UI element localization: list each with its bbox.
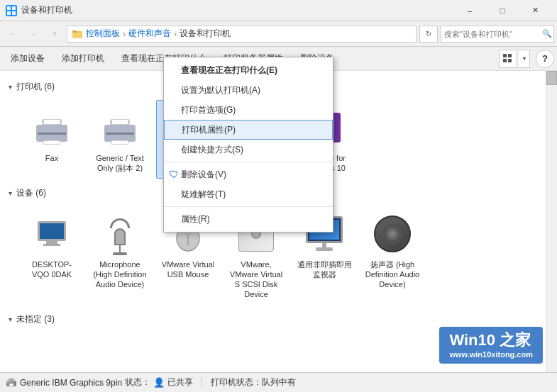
ctx-item-create-shortcut[interactable]: 创建快捷方式(S) — [164, 140, 333, 159]
context-menu-separator-1 — [164, 162, 333, 162]
unspecified-section-title: 未指定 (3) — [16, 313, 55, 325]
fax-icon — [29, 105, 75, 150]
ctx-item-printer-properties[interactable]: 打印机属性(P) — [164, 120, 333, 140]
status-printer-name: Generic IBM Graphics 9pin — [20, 378, 122, 388]
unspecified-section-header[interactable]: ▾ 未指定 (3) — [9, 313, 537, 325]
generic-text-icon — [97, 105, 143, 150]
refresh-button[interactable]: ↻ — [419, 26, 438, 43]
ctx-item-properties[interactable]: 属性(R) — [164, 209, 333, 229]
ctx-item-create-shortcut-label: 创建快捷方式(S) — [181, 144, 243, 156]
ctx-item-delete-device-label: 删除设备(V) — [181, 169, 226, 181]
status-status-label: 状态： — [125, 376, 150, 388]
svg-rect-3 — [12, 11, 16, 15]
watermark: Win10 之家 www.win10xitong.com — [439, 327, 543, 364]
path-separator-1: › — [123, 29, 126, 39]
add-printer-button[interactable]: 添加打印机 — [54, 50, 112, 68]
forward-button[interactable]: → — [24, 25, 43, 43]
path-separator-2: › — [174, 29, 177, 39]
ctx-item-see-printing-label: 查看现在正在打印什么(E) — [181, 65, 277, 77]
devices-chevron: ▾ — [9, 189, 12, 197]
ctx-item-print-preferences[interactable]: 打印首选项(G) — [164, 100, 333, 120]
search-icon-button[interactable]: 🔍 — [542, 26, 552, 42]
search-input[interactable] — [444, 30, 542, 38]
scrollbar[interactable] — [546, 71, 557, 372]
fax-label: Fax — [45, 153, 58, 163]
svg-rect-6 — [72, 30, 77, 33]
microphone-label: Microphone (High Definition Audio Device… — [92, 259, 148, 290]
help-button[interactable]: ? — [536, 50, 554, 68]
microphone-icon — [97, 211, 143, 257]
path-part-2: 设备和打印机 — [180, 28, 231, 40]
up-button[interactable]: ↑ — [45, 25, 64, 43]
svg-rect-10 — [508, 59, 512, 62]
ctx-item-delete-device[interactable]: 🛡 删除设备(V) — [164, 164, 333, 184]
speaker-label: 扬声器 (High Definition Audio Device) — [364, 259, 421, 290]
minimize-button[interactable]: – — [453, 0, 486, 21]
desktop-icon — [29, 211, 75, 257]
status-section-printer: Generic IBM Graphics 9pin 状态： 👤 已共享 — [6, 376, 193, 388]
svg-rect-18 — [9, 379, 14, 382]
status-user-icon: 👤 — [153, 377, 165, 388]
ctx-item-see-printing[interactable]: 查看现在正在打印什么(E) — [164, 60, 333, 80]
list-item[interactable]: DESKTOP-VQO 0DAK — [20, 206, 84, 305]
list-item[interactable]: Microphone (High Definition Audio Device… — [88, 206, 152, 305]
svg-rect-1 — [12, 6, 16, 10]
svg-rect-9 — [503, 59, 507, 62]
generic-text-label: Generic / Text Only (副本 2) — [92, 153, 148, 174]
watermark-line2: www.win10xitong.com — [449, 350, 533, 359]
view-dropdown-button[interactable]: ▾ — [519, 50, 530, 68]
status-share-label: 已共享 — [167, 376, 193, 388]
path-part-0: 控制面板 — [86, 28, 120, 40]
close-button[interactable]: ✕ — [519, 0, 551, 21]
list-item[interactable]: Fax — [20, 100, 84, 179]
svg-rect-7 — [503, 54, 507, 57]
devices-section-title: 设备 (6) — [16, 187, 46, 199]
status-divider — [202, 377, 202, 388]
context-menu: 查看现在正在打印什么(E) 设置为默认打印机(A) 打印首选项(G) 打印机属性… — [163, 57, 333, 233]
ctx-item-set-default-label: 设置为默认打印机(A) — [181, 84, 260, 96]
path-part-1: 硬件和声音 — [128, 28, 171, 40]
svg-rect-8 — [508, 54, 512, 57]
context-menu-separator-2 — [164, 206, 333, 207]
add-device-button[interactable]: 添加设备 — [3, 50, 53, 68]
svg-rect-19 — [9, 383, 13, 386]
view-icon-button[interactable] — [499, 50, 517, 68]
status-printer-icon — [6, 378, 17, 388]
svg-rect-5 — [72, 33, 82, 38]
status-section-print-status: 打印机状态：队列中有 — [211, 376, 296, 388]
shield-icon: 🛡 — [168, 169, 180, 180]
status-bar: Generic IBM Graphics 9pin 状态： 👤 已共享 打印机状… — [0, 372, 557, 392]
back-button[interactable]: ← — [3, 25, 21, 43]
svg-rect-0 — [7, 6, 11, 10]
list-item[interactable]: 扬声器 (High Definition Audio Device) — [360, 206, 424, 305]
desktop-label: DESKTOP-VQO 0DAK — [23, 259, 80, 280]
search-box: 🔍 — [441, 26, 554, 43]
printers-chevron: ▾ — [9, 83, 12, 91]
title-bar: 设备和打印机 – □ ✕ — [0, 0, 557, 21]
ctx-item-properties-label: 属性(R) — [181, 213, 210, 225]
speaker-icon — [370, 211, 415, 257]
address-path: 控制面板 › 硬件和声音 › 设备和打印机 — [67, 26, 417, 43]
svg-rect-20 — [7, 381, 9, 383]
svg-rect-2 — [7, 11, 11, 15]
list-item[interactable]: Generic / Text Only (副本 2) — [88, 100, 152, 179]
window-title: 设备和打印机 — [21, 4, 72, 16]
window-icon — [6, 5, 17, 16]
printers-section-title: 打印机 (6) — [16, 81, 55, 93]
scsi-disk-label: VMware, VMware Virtual S SCSI Disk Devic… — [228, 259, 285, 300]
ctx-item-print-preferences-label: 打印首选项(G) — [181, 104, 236, 116]
ctx-item-troubleshoot[interactable]: 疑难解答(T) — [164, 184, 333, 204]
window-controls: – □ ✕ — [453, 0, 551, 21]
status-print-status-label: 打印机状态：队列中有 — [211, 376, 296, 388]
address-bar: ← → ↑ 控制面板 › 硬件和声音 › 设备和打印机 ↻ 🔍 — [0, 21, 557, 47]
monitor-label: 通用非即插即用 监视器 — [296, 259, 353, 280]
title-bar-left: 设备和打印机 — [6, 4, 72, 16]
ctx-item-printer-properties-label: 打印机属性(P) — [182, 124, 236, 136]
maximize-button[interactable]: □ — [486, 0, 519, 21]
watermark-text: Win10 之家 www.win10xitong.com — [439, 327, 543, 364]
toolbar-right: ▾ ? — [499, 50, 554, 68]
folder-icon — [72, 28, 83, 40]
ctx-item-set-default[interactable]: 设置为默认打印机(A) — [164, 80, 333, 100]
ctx-item-troubleshoot-label: 疑难解答(T) — [181, 189, 226, 201]
usb-mouse-label: VMware Virtual USB Mouse — [160, 259, 216, 280]
